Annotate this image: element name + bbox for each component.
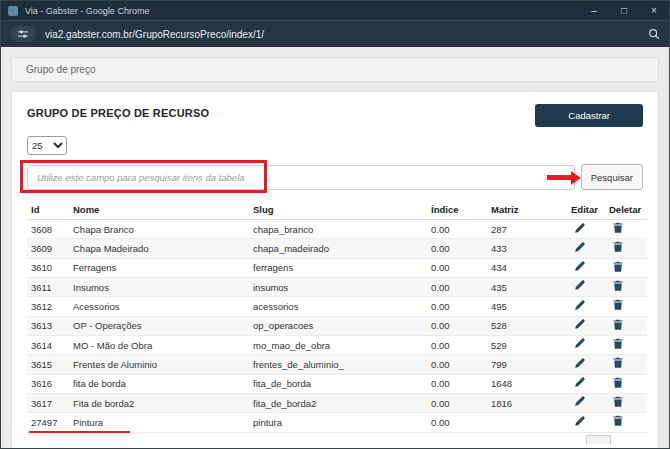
table-row: 3615Frentes de Aluminiofrentes_de_alumin… bbox=[27, 355, 647, 374]
pencil-icon bbox=[574, 337, 586, 349]
cell-slug: acessorios bbox=[249, 297, 427, 316]
trash-icon bbox=[612, 414, 624, 427]
pencil-icon bbox=[574, 299, 586, 311]
site-info-button[interactable] bbox=[10, 26, 36, 42]
delete-button[interactable] bbox=[609, 221, 627, 236]
table-row: 27497Pinturapintura0.00 bbox=[27, 413, 647, 432]
cell-nome: OP - Operações bbox=[69, 316, 249, 335]
delete-button[interactable] bbox=[609, 395, 627, 410]
cell-matriz bbox=[487, 413, 567, 432]
cell-indice: 0.00 bbox=[427, 413, 487, 432]
edit-button[interactable] bbox=[571, 241, 589, 255]
pencil-icon bbox=[574, 260, 586, 272]
cell-deletar bbox=[605, 316, 647, 335]
cell-matriz: 287 bbox=[487, 220, 567, 239]
column-header-nome: Nome bbox=[69, 200, 249, 220]
window-controls: – □ × bbox=[579, 1, 669, 20]
cell-id: 3615 bbox=[27, 355, 69, 374]
cell-matriz: 495 bbox=[487, 297, 567, 316]
trash-icon bbox=[612, 356, 624, 369]
delete-button[interactable] bbox=[609, 337, 627, 352]
cell-deletar bbox=[605, 297, 647, 316]
cell-indice: 0.00 bbox=[427, 239, 487, 258]
cell-nome: Chapa Madeirado bbox=[69, 239, 249, 258]
delete-button[interactable] bbox=[609, 240, 627, 255]
browser-titlebar: Via - Gabster - Google Chrome – □ × bbox=[1, 1, 669, 20]
cell-editar bbox=[567, 258, 605, 277]
site-favicon-icon bbox=[8, 6, 18, 16]
edit-button[interactable] bbox=[571, 318, 589, 332]
cell-id: 3614 bbox=[27, 335, 69, 354]
cell-nome: Chapa Branco bbox=[69, 220, 249, 239]
table-row: 3609Chapa Madeiradochapa_madeirado0.0043… bbox=[27, 239, 647, 258]
cell-editar bbox=[567, 335, 605, 354]
column-header-editar: Editar bbox=[567, 200, 605, 220]
edit-button[interactable] bbox=[571, 260, 589, 274]
cell-id: 3616 bbox=[27, 374, 69, 393]
edit-button[interactable] bbox=[571, 395, 589, 409]
card-header-row: GRUPO DE PREÇO DE RECURSO Cadastrar bbox=[27, 104, 643, 127]
table-row: 3614MO - Mão de Obramo_mao_de_obra0.0052… bbox=[27, 335, 647, 354]
cell-deletar bbox=[605, 258, 647, 277]
zoom-button[interactable] bbox=[648, 28, 660, 40]
delete-button[interactable] bbox=[609, 279, 627, 294]
window-title: Via - Gabster - Google Chrome bbox=[25, 6, 579, 16]
cell-slug: frentes_de_aluminio_ bbox=[249, 355, 427, 374]
delete-button[interactable] bbox=[609, 414, 627, 429]
url-field[interactable]: via2.gabster.com.br/GrupoRecursoPreco/in… bbox=[45, 29, 640, 40]
cell-id: 3611 bbox=[27, 277, 69, 296]
cadastrar-button[interactable]: Cadastrar bbox=[535, 104, 643, 127]
edit-button[interactable] bbox=[571, 222, 589, 236]
cell-nome: Fita de borda2 bbox=[69, 393, 249, 412]
table-row: 3610Ferragensferragens0.00434 bbox=[27, 258, 647, 277]
minimize-button[interactable]: – bbox=[579, 1, 609, 20]
cell-deletar bbox=[605, 374, 647, 393]
trash-icon bbox=[612, 298, 624, 311]
pencil-icon bbox=[574, 395, 586, 407]
trash-icon bbox=[612, 240, 624, 253]
browser-window: Via - Gabster - Google Chrome – □ × via2… bbox=[0, 0, 670, 449]
cell-matriz: 435 bbox=[487, 277, 567, 296]
maximize-button[interactable]: □ bbox=[609, 1, 639, 20]
cell-indice: 0.00 bbox=[427, 335, 487, 354]
delete-button[interactable] bbox=[609, 376, 627, 391]
pencil-icon bbox=[574, 357, 586, 369]
cell-indice: 0.00 bbox=[427, 355, 487, 374]
edit-button[interactable] bbox=[571, 376, 589, 390]
cell-deletar bbox=[605, 335, 647, 354]
cell-matriz: 433 bbox=[487, 239, 567, 258]
search-input[interactable] bbox=[27, 165, 575, 190]
edit-button[interactable] bbox=[571, 279, 589, 293]
edit-button[interactable] bbox=[571, 357, 589, 371]
pagination-partial-button[interactable] bbox=[586, 435, 611, 444]
delete-button[interactable] bbox=[609, 298, 627, 313]
page-content: Grupo de preço GRUPO DE PREÇO DE RECURSO… bbox=[1, 47, 669, 448]
pesquisar-button[interactable]: Pesquisar bbox=[581, 164, 643, 190]
cell-nome: Frentes de Aluminio bbox=[69, 355, 249, 374]
table-row: 3612Acessoriosacessorios0.00495 bbox=[27, 297, 647, 316]
column-header-indice: Índice bbox=[427, 200, 487, 220]
edit-button[interactable] bbox=[571, 415, 589, 429]
cell-indice: 0.00 bbox=[427, 374, 487, 393]
page-size-select[interactable]: 25 bbox=[27, 136, 67, 155]
pencil-icon bbox=[574, 222, 586, 234]
cell-editar bbox=[567, 393, 605, 412]
cell-matriz: 528 bbox=[487, 316, 567, 335]
cell-nome: Pintura bbox=[69, 413, 249, 432]
close-button[interactable]: × bbox=[639, 1, 669, 20]
edit-button[interactable] bbox=[571, 299, 589, 313]
cell-slug: pintura bbox=[249, 413, 427, 432]
trash-icon bbox=[612, 395, 624, 408]
cell-id: 3608 bbox=[27, 220, 69, 239]
cell-slug: op_operacoes bbox=[249, 316, 427, 335]
edit-button[interactable] bbox=[571, 337, 589, 351]
delete-button[interactable] bbox=[609, 318, 627, 333]
trash-icon bbox=[612, 221, 624, 234]
cell-id: 3609 bbox=[27, 239, 69, 258]
cell-editar bbox=[567, 355, 605, 374]
delete-button[interactable] bbox=[609, 260, 627, 275]
price-group-table: IdNomeSlugÍndiceMatrizEditarDeletar 3608… bbox=[27, 200, 647, 433]
cell-indice: 0.00 bbox=[427, 393, 487, 412]
delete-button[interactable] bbox=[609, 356, 627, 371]
cell-nome: Ferragens bbox=[69, 258, 249, 277]
